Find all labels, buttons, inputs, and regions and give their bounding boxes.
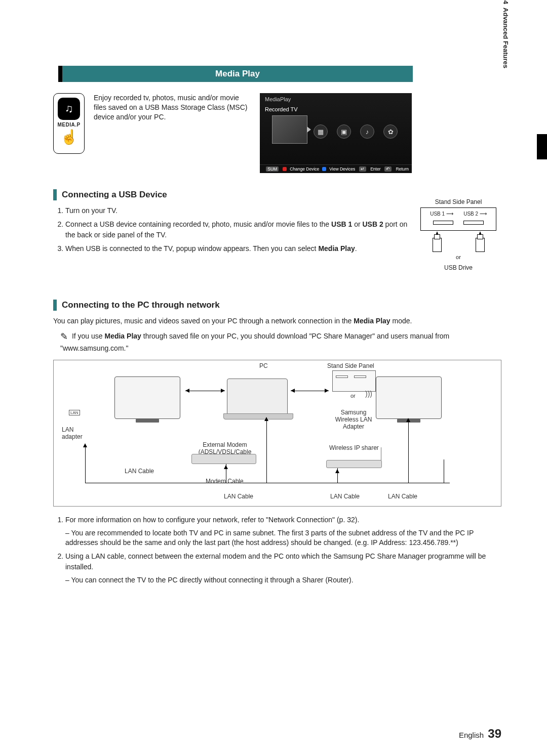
lan-cable-tag-3: LAN Cable xyxy=(330,493,360,500)
arrow-up-icon xyxy=(264,417,268,421)
heading-usb-text: Connecting a USB Device xyxy=(62,190,167,200)
or-label-diagram: or xyxy=(350,393,356,399)
note-icon: ✎ xyxy=(60,331,68,342)
edge-marker xyxy=(537,134,547,159)
net-step-2: Using a LAN cable, connect between the e… xyxy=(65,551,501,585)
arrow-up-icon xyxy=(83,443,87,447)
enter-icon: ↵ xyxy=(359,166,366,172)
return-label: Return xyxy=(396,166,409,172)
heading-accent xyxy=(53,189,57,200)
recorded-tv-thumb xyxy=(272,115,307,144)
media-p-icon: ♫ xyxy=(58,98,80,120)
videos-icon: ▦ xyxy=(314,124,328,139)
cable-line xyxy=(408,421,409,483)
net-step-2-sub: You can connect the TV to the PC directl… xyxy=(65,575,501,585)
port-labels: USB 1 ⟶ USB 2 ⟶ xyxy=(425,211,492,217)
stand-panel-label: Stand Side Panel xyxy=(327,362,374,369)
page-number: 39 xyxy=(488,727,501,740)
footer-lang: English xyxy=(459,731,484,739)
network-steps: For more information on how to configure… xyxy=(53,515,501,585)
usb-drive-icon xyxy=(476,238,485,252)
heading-pc: Connecting to the PC through network xyxy=(53,300,501,311)
lan-adapter-label: LAN adapter xyxy=(62,426,87,440)
hand-icon: ☝ xyxy=(54,129,84,145)
chapter-tab: 04 Advanced Features xyxy=(502,0,510,68)
screen-subtitle: Recorded TV xyxy=(260,105,412,113)
tv-right-icon xyxy=(376,376,442,419)
remote-illustration: ♫ MEDIA.P ☝ xyxy=(53,93,85,154)
net-step-1-sub-item: You are recommended to locate both TV an… xyxy=(65,528,501,548)
usb-drive-icon xyxy=(433,238,442,252)
net-step-1-sub: You are recommended to locate both TV an… xyxy=(65,528,501,548)
chapter-number: 04 xyxy=(502,0,510,4)
manual-page: 04 Advanced Features Media Play ♫ MEDIA.… xyxy=(0,0,547,756)
pc-note: ✎ If you use Media Play through saved fi… xyxy=(60,330,501,353)
tv-left-icon xyxy=(114,376,180,419)
arrow-up-icon xyxy=(335,469,339,473)
lan-cable-tag: LAN Cable xyxy=(125,468,154,475)
net-step-2-sub-item: You can connect the TV to the PC directl… xyxy=(65,575,501,585)
samsung-adapter-label: Samsung Wireless LAN Adapter xyxy=(328,409,379,431)
ip-sharer-icon xyxy=(326,460,382,468)
port1-label: USB 1 ⟶ xyxy=(430,211,453,217)
remote-button-label: MEDIA.P xyxy=(54,122,84,128)
usb-ports-box: USB 1 ⟶ USB 2 ⟶ xyxy=(420,207,496,231)
pc-paragraph: You can play pictures, music and videos … xyxy=(53,316,501,326)
port-slots xyxy=(425,219,492,227)
laptop-icon xyxy=(227,379,288,415)
section-banner: Media Play xyxy=(58,66,413,82)
cable-line xyxy=(85,447,86,483)
screen-thumb-row: ▦ ▣ ♪ ✿ xyxy=(260,113,412,144)
lan-cable-tag-2: LAN Cable xyxy=(224,493,253,500)
slot-icon xyxy=(463,221,484,225)
lan-cable-tag-4: LAN Cable xyxy=(388,493,417,500)
screen-category-icons: ▦ ▣ ♪ ✿ xyxy=(307,118,404,139)
usb-arrows xyxy=(415,231,501,237)
pc-label: PC xyxy=(259,362,268,369)
usb-panel-label: Stand Side Panel xyxy=(415,198,501,205)
antenna-icon xyxy=(381,447,381,460)
network-diagram: PC Stand Side Panel LAN LAN LAN adapter … xyxy=(53,360,501,507)
intro-text: Enjoy recorded tv, photos, music and/or … xyxy=(94,93,251,122)
usb-drives xyxy=(415,237,501,253)
page-footer: English 39 xyxy=(459,727,501,741)
arrow-up-icon xyxy=(406,418,410,422)
wireless-sharer-label: Wireless IP sharer xyxy=(329,444,379,451)
photos-icon: ▣ xyxy=(337,124,351,139)
return-icon: ↶ xyxy=(384,166,392,172)
screen-footer: SUM Change Device View Devices ↵ Enter ↶… xyxy=(260,164,412,173)
wifi-icon: ))) xyxy=(365,390,372,398)
sum-chip: SUM xyxy=(266,166,279,172)
heading-pc-text: Connecting to the PC through network xyxy=(62,300,220,310)
cable-base-line xyxy=(85,483,450,483)
usb-drive-caption: USB Drive xyxy=(415,264,501,271)
slot-icon xyxy=(433,221,453,225)
a-button-icon xyxy=(283,167,287,171)
media-play-screenshot: MediaPlay Recorded TV ▦ ▣ ♪ ✿ SUM Change… xyxy=(260,93,412,173)
arrow-lan-pc xyxy=(185,391,225,391)
screen-title: MediaPlay xyxy=(260,93,412,105)
music-icon: ♪ xyxy=(360,124,374,139)
a-button-label: Change Device xyxy=(290,166,319,172)
chapter-title: Advanced Features xyxy=(502,8,510,68)
settings-icon: ✿ xyxy=(383,124,398,139)
d-button-label: View Devices xyxy=(329,166,355,172)
net-step-1: For more information on how to configure… xyxy=(65,515,501,548)
decorative-device xyxy=(444,459,444,483)
port2-label: USB 2 ⟶ xyxy=(463,211,487,217)
usb-panel-illustration: Stand Side Panel USB 1 ⟶ USB 2 ⟶ or USB … xyxy=(415,198,501,271)
or-label: or xyxy=(415,254,501,260)
arrow-pc-panel xyxy=(291,391,329,391)
lan-port-label: LAN xyxy=(69,410,80,415)
enter-label: Enter xyxy=(370,166,380,172)
modem-cable-tag: Modem Cable xyxy=(206,478,244,485)
d-button-icon xyxy=(322,167,326,171)
intro-row: ♫ MEDIA.P ☝ Enjoy recorded tv, photos, m… xyxy=(53,93,501,173)
modem-icon xyxy=(191,454,256,464)
cable-line xyxy=(266,420,267,483)
heading-accent xyxy=(53,300,57,311)
arrow-up-icon xyxy=(224,465,228,469)
mini-panel-icon xyxy=(332,370,376,392)
